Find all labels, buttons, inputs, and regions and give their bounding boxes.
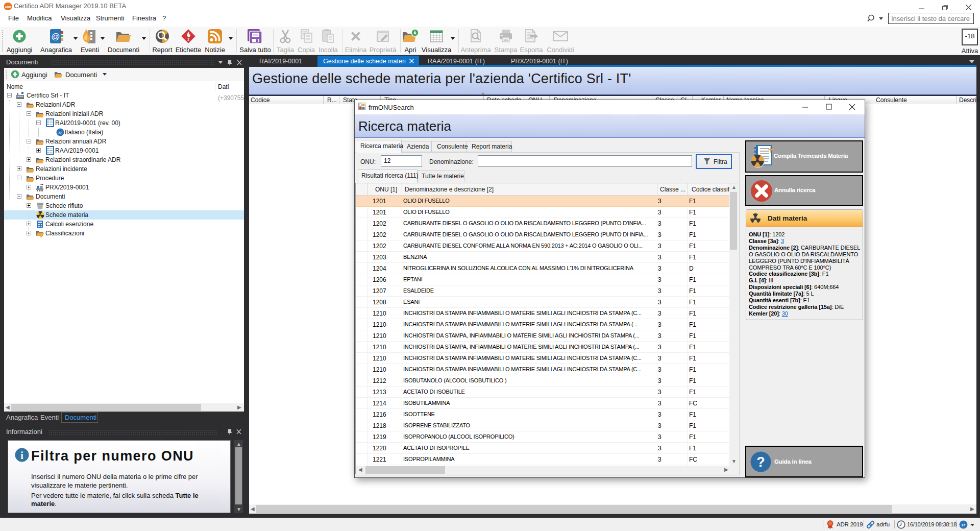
svg-text:?: ?: [756, 454, 765, 470]
svg-text:3: 3: [187, 38, 189, 41]
svg-text:i: i: [20, 450, 23, 461]
svg-text:IT: IT: [58, 131, 62, 135]
svg-text:@: @: [51, 32, 60, 41]
svg-text:ADR: ADR: [5, 6, 11, 9]
svg-text:IT: IT: [962, 523, 966, 527]
svg-text:★: ★: [39, 234, 43, 238]
